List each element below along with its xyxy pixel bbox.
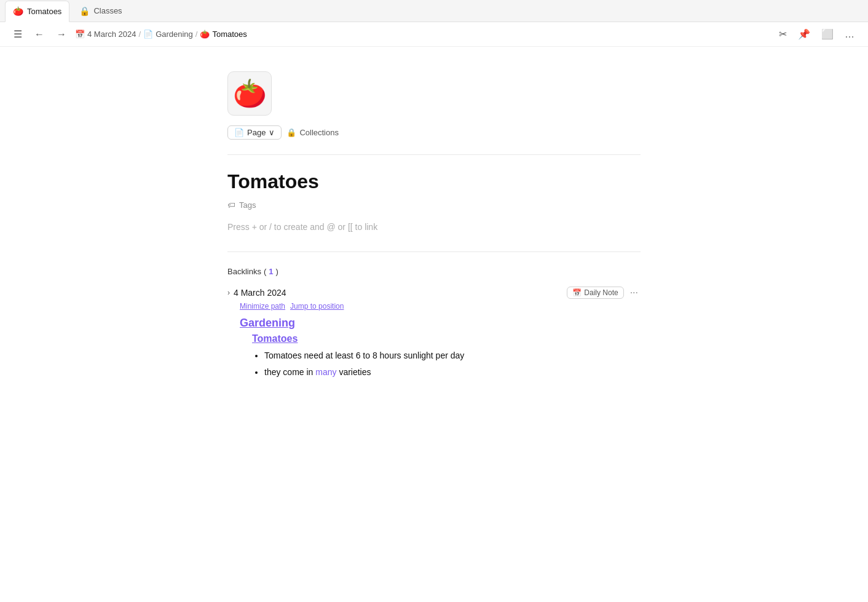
page-type-chevron-icon: ∨ <box>269 128 275 137</box>
collections-label-text: Collections <box>299 128 339 137</box>
backlink-more-button[interactable]: ··· <box>628 286 641 299</box>
backlink-bullet-1: Tomatoes need at least 6 to 8 hours sunl… <box>264 349 641 362</box>
pin-button[interactable]: 📌 <box>794 26 814 42</box>
tab-bar: 🍅 Tomatoes 🔒 Classes <box>0 0 868 22</box>
page-emoji-icon: 🍅 <box>233 77 267 109</box>
back-button[interactable]: ← <box>31 26 48 42</box>
backlinks-close-paren: ) <box>276 267 278 276</box>
minimize-path-link[interactable]: Minimize path <box>240 302 285 311</box>
tags-label: Tags <box>239 200 256 210</box>
backlink-section-heading[interactable]: Gardening <box>240 317 641 330</box>
main-content: 🍅 📄 Page ∨ 🔒 Collections Tomatoes 🏷 Tags… <box>213 47 655 435</box>
backlink-title-left[interactable]: › 4 March 2024 <box>227 288 286 298</box>
tab-tomatoes-label: Tomatoes <box>27 7 61 16</box>
toolbar: ☰ ← → 📅 4 March 2024 / 📄 Gardening / 🍅 T… <box>0 22 868 47</box>
tab-classes-label: Classes <box>93 6 122 15</box>
breadcrumb-tomatoes-icon: 🍅 <box>200 30 210 39</box>
breadcrumb-gardening-icon: 📄 <box>143 30 153 39</box>
breadcrumb-date-label: 4 March 2024 <box>87 30 136 39</box>
body-placeholder[interactable]: Press + or / to create and @ or [[ to li… <box>227 222 641 232</box>
backlinks-section: Backlinks (1) › 4 March 2024 📅 Daily Not… <box>227 267 641 379</box>
content-divider <box>227 251 641 252</box>
backlink-subsection-heading[interactable]: Tomatoes <box>252 333 641 344</box>
toolbar-right: ✂ 📌 ⬜ … <box>775 26 858 42</box>
page-type-label: Page <box>247 128 266 137</box>
backlink-chevron-icon: › <box>227 288 230 297</box>
header-divider <box>227 154 641 155</box>
layout-button[interactable]: ⬜ <box>818 26 837 42</box>
collections-button[interactable]: 🔒 Collections <box>286 128 339 137</box>
tab-classes-icon: 🔒 <box>79 6 90 16</box>
page-type-doc-icon: 📄 <box>234 128 244 137</box>
jump-to-position-link[interactable]: Jump to position <box>290 302 344 311</box>
daily-note-badge[interactable]: 📅 Daily Note <box>567 287 623 299</box>
breadcrumb-gardening-label: Gardening <box>156 30 193 39</box>
page-icon[interactable]: 🍅 <box>227 71 272 116</box>
menu-button[interactable]: ☰ <box>10 26 26 42</box>
backlink-bullets-list: Tomatoes need at least 6 to 8 hours sunl… <box>264 349 641 379</box>
page-title[interactable]: Tomatoes <box>227 170 641 193</box>
backlinks-count: 1 <box>269 267 273 276</box>
backlink-path-row: Minimize path Jump to position <box>227 302 641 311</box>
backlink-date: 4 March 2024 <box>234 288 286 298</box>
forward-button[interactable]: → <box>53 26 70 42</box>
tab-tomatoes[interactable]: 🍅 Tomatoes <box>5 1 69 22</box>
backlink-content: Gardening Tomatoes Tomatoes need at leas… <box>227 317 641 379</box>
page-type-button[interactable]: 📄 Page ∨ <box>227 125 282 140</box>
breadcrumb-sep-1: / <box>139 30 141 39</box>
breadcrumb-date-icon: 📅 <box>75 30 85 39</box>
breadcrumb-gardening[interactable]: 📄 Gardening <box>143 30 193 39</box>
tag-icon: 🏷 <box>227 200 235 210</box>
breadcrumb-tomatoes[interactable]: 🍅 Tomatoes <box>200 30 247 39</box>
tab-classes[interactable]: 🔒 Classes <box>72 0 129 22</box>
highlight-word: many <box>315 367 336 377</box>
backlink-actions: 📅 Daily Note ··· <box>567 286 641 299</box>
more-options-button[interactable]: … <box>841 26 858 42</box>
collections-lock-icon: 🔒 <box>286 128 296 137</box>
page-header: 🍅 📄 Page ∨ 🔒 Collections Tomatoes 🏷 Tags… <box>227 71 641 232</box>
backlink-title-row: › 4 March 2024 📅 Daily Note ··· <box>227 286 641 299</box>
daily-note-icon: 📅 <box>572 288 582 297</box>
breadcrumb: 📅 4 March 2024 / 📄 Gardening / 🍅 Tomatoe… <box>75 30 247 39</box>
tags-row[interactable]: 🏷 Tags <box>227 200 641 210</box>
backlink-bullet-2: they come in many varieties <box>264 366 641 379</box>
backlink-item: › 4 March 2024 📅 Daily Note ··· Minimize… <box>227 286 641 379</box>
tab-tomatoes-icon: 🍅 <box>13 6 23 16</box>
page-type-bar: 📄 Page ∨ 🔒 Collections <box>227 125 641 140</box>
breadcrumb-sep-2: / <box>195 30 198 39</box>
breadcrumb-tomatoes-label: Tomatoes <box>212 30 247 39</box>
breadcrumb-date[interactable]: 📅 4 March 2024 <box>75 30 136 39</box>
toolbar-left: ☰ ← → 📅 4 March 2024 / 📄 Gardening / 🍅 T… <box>10 26 770 42</box>
backlinks-header: Backlinks (1) <box>227 267 641 276</box>
daily-note-label: Daily Note <box>584 288 618 297</box>
backlinks-title: Backlinks <box>227 267 261 276</box>
backlinks-open-paren: ( <box>264 267 266 276</box>
scissors-button[interactable]: ✂ <box>775 26 791 42</box>
